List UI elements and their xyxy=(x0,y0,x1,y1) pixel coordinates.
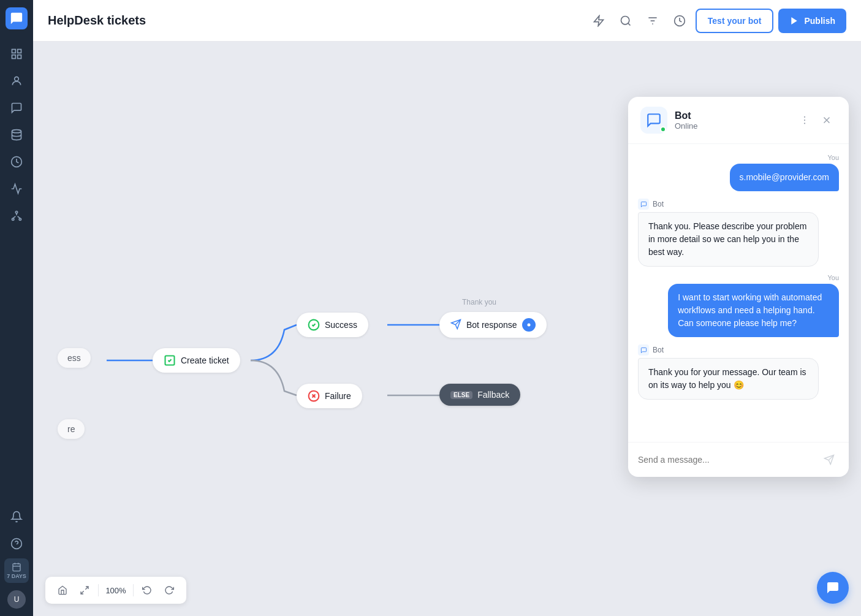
msg-bubble-user-1: s.mobile@provider.com xyxy=(730,164,840,191)
sidebar-item-notifications[interactable] xyxy=(4,504,29,529)
bot-label-icon-1 xyxy=(638,199,649,210)
chat-input-area xyxy=(628,442,849,477)
test-bot-button[interactable]: Test your bot xyxy=(696,9,774,33)
node-create-ticket[interactable]: Create ticket xyxy=(153,348,240,373)
more-options-button[interactable] xyxy=(795,110,814,130)
sidebar-days-badge: 7 DAYS xyxy=(4,558,29,583)
svg-point-36 xyxy=(804,123,805,124)
chat-header: Bot Online xyxy=(628,97,849,144)
svg-point-31 xyxy=(527,324,530,327)
redo-button[interactable] xyxy=(161,582,178,599)
node-partial-top[interactable]: ess xyxy=(58,348,91,368)
bot-status: Online xyxy=(675,121,787,131)
bottom-toolbar: 100% xyxy=(45,577,186,604)
message-2: Bot Thank you. Please describe your prob… xyxy=(638,199,839,267)
svg-rect-1 xyxy=(18,50,21,53)
node-partial-bottom[interactable]: re xyxy=(58,419,85,439)
msg-sender-you-2: You xyxy=(638,274,839,281)
node-bot-response[interactable]: Bot response xyxy=(439,312,547,338)
send-message-button[interactable] xyxy=(819,450,839,470)
user-avatar[interactable]: U xyxy=(7,590,26,609)
bot-msg-label-1: Bot xyxy=(638,199,839,210)
svg-rect-3 xyxy=(18,55,21,59)
svg-point-9 xyxy=(19,218,21,220)
svg-point-34 xyxy=(804,116,805,118)
zoom-label: 100% xyxy=(104,586,128,595)
topbar: HelpDesk tickets Test your bot Publish xyxy=(33,0,861,42)
sidebar: 7 DAYS U xyxy=(0,0,33,616)
svg-point-5 xyxy=(12,130,21,133)
svg-point-4 xyxy=(15,77,19,81)
bot-online-dot xyxy=(660,126,666,132)
bot-dot xyxy=(522,318,536,332)
svg-point-17 xyxy=(621,16,629,24)
sidebar-item-conversations[interactable] xyxy=(4,96,29,120)
svg-marker-16 xyxy=(594,15,603,26)
node-fallback[interactable]: else Fallback xyxy=(439,384,520,406)
app-logo[interactable] xyxy=(6,7,28,29)
message-1: You s.mobile@provider.com xyxy=(638,154,839,191)
toolbar-divider xyxy=(98,584,99,596)
page-title: HelpDesk tickets xyxy=(48,13,580,28)
chat-header-actions xyxy=(795,110,836,130)
node-success[interactable]: Success xyxy=(297,313,368,337)
bot-avatar xyxy=(640,107,667,134)
check-square-icon xyxy=(164,354,176,367)
message-3: You I want to start working with automat… xyxy=(638,274,839,337)
chat-messages: You s.mobile@provider.com Bot Thank you. xyxy=(628,144,849,442)
svg-line-18 xyxy=(628,23,631,25)
lightning-icon-btn[interactable] xyxy=(588,10,610,32)
sidebar-item-data[interactable] xyxy=(4,123,29,147)
history-icon-btn[interactable] xyxy=(669,10,691,32)
sidebar-item-help[interactable] xyxy=(4,531,29,556)
search-icon-btn[interactable] xyxy=(615,10,637,32)
send-icon xyxy=(450,319,461,332)
main-area: HelpDesk tickets Test your bot Publish xyxy=(33,0,861,616)
x-circle-icon xyxy=(308,390,320,402)
svg-rect-0 xyxy=(12,50,16,53)
filter-icon-btn[interactable] xyxy=(642,10,664,32)
svg-line-33 xyxy=(81,591,84,594)
msg-bubble-user-2: I want to start working with automated w… xyxy=(668,284,839,337)
chat-fab[interactable] xyxy=(817,572,849,604)
flow-canvas: ess re Create ticket Success Failure xyxy=(33,42,861,616)
sidebar-item-integrations[interactable] xyxy=(4,203,29,228)
bot-label-icon-2 xyxy=(638,344,649,356)
bot-msg-label-2: Bot xyxy=(638,344,839,356)
msg-bubble-bot-1: Thank you. Please describe your problem … xyxy=(638,212,819,267)
msg-sender-you-1: You xyxy=(638,154,839,161)
check-circle-icon xyxy=(308,319,320,331)
undo-button[interactable] xyxy=(138,582,156,599)
sidebar-item-contacts[interactable] xyxy=(4,69,29,93)
sidebar-item-reports[interactable] xyxy=(4,177,29,201)
message-4: Bot Thank you for your message. Our team… xyxy=(638,344,839,400)
node-label-thank-you: Thank you xyxy=(462,298,496,306)
toolbar-divider-2 xyxy=(133,584,134,596)
chat-panel: Bot Online You s.mo xyxy=(628,97,849,477)
sidebar-item-dashboard[interactable] xyxy=(4,42,29,66)
svg-rect-2 xyxy=(12,55,16,59)
sidebar-item-analytics[interactable] xyxy=(4,150,29,174)
svg-line-32 xyxy=(85,587,88,590)
publish-button[interactable]: Publish xyxy=(778,9,846,33)
svg-point-35 xyxy=(804,120,805,121)
close-chat-button[interactable] xyxy=(817,110,836,130)
svg-point-7 xyxy=(15,211,17,213)
svg-point-8 xyxy=(12,218,14,220)
node-failure[interactable]: Failure xyxy=(297,384,362,408)
bot-info: Bot Online xyxy=(675,110,787,131)
chat-message-input[interactable] xyxy=(638,455,814,465)
else-badge: else xyxy=(450,391,472,399)
svg-marker-23 xyxy=(792,17,797,25)
svg-rect-12 xyxy=(13,564,20,571)
bot-name: Bot xyxy=(675,110,787,121)
msg-bubble-bot-2: Thank you for your message. Our team is … xyxy=(638,358,819,400)
home-button[interactable] xyxy=(54,582,71,599)
fullscreen-button[interactable] xyxy=(76,582,93,599)
topbar-actions: Test your bot Publish xyxy=(588,9,846,33)
